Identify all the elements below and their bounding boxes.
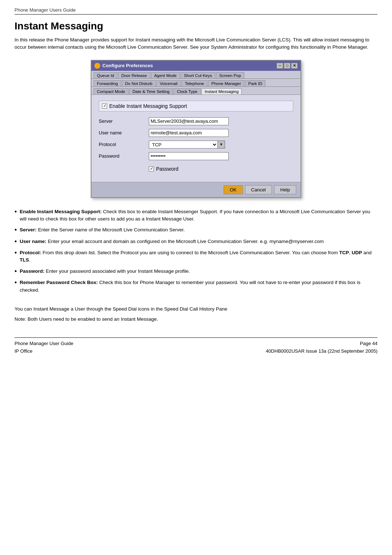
restore-button[interactable]: □ (284, 63, 290, 69)
server-label: Server (99, 118, 146, 124)
page-footer: Phone Manager User Guide IP Office Page … (15, 337, 377, 355)
dialog-body: Enable Instant Messaging Support Server … (91, 95, 301, 182)
bullet-dot-6: • (15, 279, 17, 294)
note-2: Note: Both Users need to be enabled to s… (15, 316, 377, 323)
intro-text: In this release the Phone Manager provid… (15, 36, 377, 51)
password-field-wrapper (149, 152, 293, 160)
dialog-footer: OK Cancel Help (91, 182, 301, 197)
server-field-wrapper (149, 117, 293, 125)
dialog-title-text: Configure Preferences (102, 63, 153, 68)
footer-product-name: IP Office (15, 348, 73, 355)
footer-issue-info: 40DHB0002USAR Issue 13a (22nd September … (266, 348, 377, 355)
tab-queue-id[interactable]: Queue Id (94, 72, 117, 78)
username-input[interactable] (149, 129, 229, 137)
bullet-content-6: Remember Password Check Box: Check this … (20, 279, 377, 294)
remember-password-checkbox[interactable] (149, 166, 154, 171)
footer-right: Page 44 40DHB0002USAR Issue 13a (22nd Se… (266, 340, 377, 355)
help-button[interactable]: Help (274, 185, 296, 194)
bullet-dot-5: • (15, 268, 17, 276)
dialog-container: Configure Preferences – □ ✕ Queue Id Doo… (15, 60, 377, 198)
bullet-dot-4: • (15, 249, 17, 264)
footer-left: Phone Manager User Guide IP Office (15, 340, 73, 355)
bullet-body-5: Enter your password associated with your… (46, 268, 190, 274)
tab-clock-type[interactable]: Clock Type (173, 88, 201, 94)
username-label: User name (99, 130, 146, 135)
bullet-section: • Enable Instant Messaging Support: Chec… (15, 208, 377, 294)
bullet-bold-4: Protocol: (20, 250, 41, 255)
username-field-wrapper (149, 129, 293, 137)
close-button[interactable]: ✕ (291, 63, 298, 69)
server-input[interactable] (149, 117, 229, 125)
bullet-password: • Password: Enter your password associat… (15, 268, 377, 276)
bullet-body-2: Enter the Server name of the Microsoft L… (38, 227, 185, 232)
header-text: Phone Manager Users Guide (15, 7, 75, 13)
tabs-row-2: Forwarding Do Not Disturb Voicemail Tele… (91, 79, 301, 87)
bullet-dot-1: • (15, 208, 17, 223)
dialog-titlebar: Configure Preferences – □ ✕ (91, 61, 301, 71)
bullet-body-4: From this drop down list. Select the Pro… (20, 250, 372, 263)
tabs-row-3: Compact Mode Date & Time Setting Clock T… (91, 87, 301, 95)
dialog-controls[interactable]: – □ ✕ (277, 63, 298, 69)
cancel-button[interactable]: Cancel (245, 185, 272, 194)
protocol-select-arrow[interactable]: ▼ (218, 141, 225, 149)
tabs-row-1: Queue Id Door Release Agent Mode Short C… (91, 71, 301, 79)
tab-short-cut-keys[interactable]: Short Cut Keys (181, 72, 215, 78)
tab-telephone[interactable]: Telephone (181, 80, 207, 86)
dialog-title-left: Configure Preferences (94, 63, 153, 69)
bullet-content-3: User name: Enter your email account and … (20, 238, 324, 246)
bullet-server: • Server: Enter the Server name of the M… (15, 226, 377, 234)
tab-date-time[interactable]: Date & Time Setting (129, 88, 173, 94)
tab-do-not-disturb[interactable]: Do Not Disturb (122, 80, 156, 86)
enable-im-checkbox[interactable] (102, 104, 107, 109)
bullet-dot-3: • (15, 238, 17, 246)
remember-password-row: Password (149, 166, 293, 172)
bullet-bold-3: User name: (20, 239, 46, 244)
password-label: Password (99, 153, 146, 159)
bullet-dot-2: • (15, 226, 17, 234)
enable-im-row: Enable Instant Messaging Support (99, 101, 293, 112)
tab-voicemail[interactable]: Voicemail (156, 80, 181, 86)
tab-agent-mode[interactable]: Agent Mode (151, 72, 180, 78)
bullet-bold-1: Enable Instant Messaging Support: (20, 209, 102, 214)
bullet-bold-6: Remember Password Check Box: (20, 280, 98, 285)
password-input[interactable] (149, 152, 229, 160)
tab-compact-mode[interactable]: Compact Mode (94, 88, 128, 94)
bullet-content-1: Enable Instant Messaging Support: Check … (20, 208, 377, 223)
page-header: Phone Manager Users Guide (15, 7, 377, 15)
ok-button[interactable]: OK (224, 185, 243, 194)
protocol-label: Protocol (99, 142, 146, 147)
bullet-remember: • Remember Password Check Box: Check thi… (15, 279, 377, 294)
bullet-protocol: • Protocol: From this drop down list. Se… (15, 249, 377, 264)
footer-guide-name: Phone Manager User Guide (15, 340, 73, 348)
minimize-button[interactable]: – (277, 63, 283, 69)
page-title: Instant Messaging (15, 20, 377, 32)
protocol-select[interactable]: TCP UDP TLS (149, 141, 218, 149)
form-grid: Server User name Protocol TCP UDP TLS (99, 117, 293, 172)
remember-password-label: Password (156, 166, 178, 172)
bullet-username: • User name: Enter your email account an… (15, 238, 377, 246)
bullet-content-4: Protocol: From this drop down list. Sele… (20, 249, 377, 264)
enable-im-label: Enable Instant Messaging Support (109, 103, 187, 109)
bullet-bold-2: Server: (20, 227, 37, 232)
tab-park-id[interactable]: Park ID (245, 80, 265, 86)
tab-instant-messaging[interactable]: Instant Messaging (201, 88, 242, 94)
dialog-icon (94, 63, 100, 69)
bullet-content-2: Server: Enter the Server name of the Mic… (20, 226, 185, 234)
tab-screen-pop[interactable]: Screen Pop (216, 72, 244, 78)
tab-forwarding[interactable]: Forwarding (94, 80, 121, 86)
note-1: You can Instant Message a User through t… (15, 305, 377, 313)
footer-page-number: Page 44 (266, 340, 377, 348)
bullet-enable-im: • Enable Instant Messaging Support: Chec… (15, 208, 377, 223)
tab-phone-manager[interactable]: Phone Manager (208, 80, 244, 86)
protocol-field-wrapper: TCP UDP TLS ▼ (149, 141, 293, 149)
configure-preferences-dialog: Configure Preferences – □ ✕ Queue Id Doo… (91, 60, 301, 198)
bullet-content-5: Password: Enter your password associated… (20, 268, 190, 276)
bullet-body-3: Enter your email account and domain as c… (48, 239, 324, 244)
tab-door-release[interactable]: Door Release (118, 72, 150, 78)
bullet-bold-5: Password: (20, 268, 44, 274)
